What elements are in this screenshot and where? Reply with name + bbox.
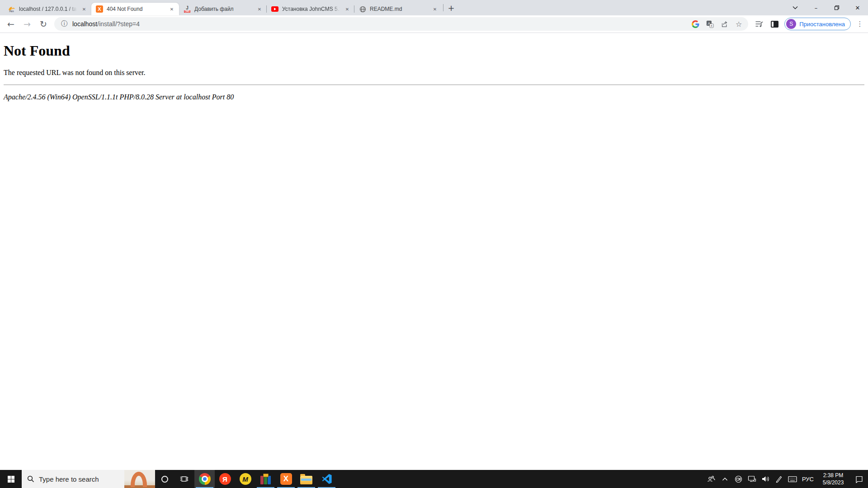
tab-readme[interactable]: README.md ✕ [354, 3, 442, 15]
tab-strip: PMA localhost / 127.0.0.1 / takewap | p … [0, 0, 868, 15]
winrar-icon [260, 474, 272, 484]
clock[interactable]: 2:38 PM 5/8/2023 [816, 472, 850, 486]
profile-status-label: Приостановлена [799, 21, 845, 28]
divider [4, 84, 864, 85]
new-tab-button[interactable]: + [445, 1, 458, 14]
xampp-favicon: X [96, 5, 103, 13]
file-explorer-icon [300, 476, 312, 484]
search-placeholder: Type here to search [39, 475, 99, 483]
pma-logo-text: PMA [9, 10, 14, 13]
chrome-icon [199, 473, 211, 485]
tab-close-icon[interactable]: ✕ [344, 5, 351, 13]
address-bar[interactable]: ⓘ localhost/install/?step=4 Aa ☆ [54, 17, 748, 31]
page-content: Not Found The requested URL was not foun… [0, 33, 868, 470]
tab-johncms-add-file[interactable]: JCMS Добавить файл ✕ [179, 3, 267, 15]
task-view-icon [180, 474, 189, 483]
taskbar-app-winrar[interactable] [255, 470, 276, 488]
globe-favicon [359, 5, 366, 13]
taskbar-search-box[interactable]: Type here to search [22, 470, 155, 488]
media-controls-icon[interactable] [754, 19, 764, 29]
clock-date: 5/8/2023 [816, 479, 850, 486]
action-center-icon[interactable] [850, 470, 868, 488]
svg-text:a: a [710, 24, 712, 27]
cortana-icon [161, 476, 168, 483]
mediaget-icon: M [240, 473, 251, 485]
tab-label: 404 Not Found [107, 6, 165, 12]
people-icon[interactable] [704, 470, 718, 488]
window-controls: – ✕ [785, 0, 868, 15]
johncms-favicon: JCMS [184, 5, 191, 13]
reload-button[interactable]: ↻ [36, 17, 51, 31]
meet-now-icon[interactable] [731, 470, 745, 488]
translate-icon[interactable]: Aa [706, 20, 714, 28]
close-window-button[interactable]: ✕ [847, 0, 868, 15]
volume-icon[interactable] [759, 470, 772, 488]
tab-label: Установка JohnCMS 5.2.1 - YouT [282, 6, 340, 12]
site-info-icon[interactable]: ⓘ [59, 19, 70, 29]
tab-label: Добавить файл [194, 6, 252, 12]
tab-close-icon[interactable]: ✕ [256, 5, 263, 13]
tab-youtube-johncms[interactable]: Установка JohnCMS 5.2.1 - YouT ✕ [267, 3, 354, 15]
youtube-favicon [271, 5, 278, 13]
tab-404-not-found[interactable]: X 404 Not Found ✕ [91, 3, 179, 15]
system-tray: РУС 2:38 PM 5/8/2023 [704, 470, 868, 488]
omnibox-actions: Aa ☆ [691, 20, 743, 28]
taskbar-app-chrome[interactable] [194, 470, 215, 488]
task-view-button[interactable] [174, 470, 194, 488]
hidden-icons-chevron-icon[interactable] [718, 470, 731, 488]
clock-time: 2:38 PM [816, 472, 850, 479]
start-button[interactable] [0, 470, 22, 488]
toolbar-right: S Приостановлена ⋮ [752, 18, 864, 30]
url-host: localhost [72, 20, 97, 28]
cortana-button[interactable] [155, 470, 174, 488]
server-signature: Apache/2.4.56 (Win64) OpenSSL/1.1.1t PHP… [4, 93, 864, 101]
minimize-button[interactable]: – [806, 0, 826, 15]
google-icon[interactable] [691, 20, 699, 28]
tab-close-icon[interactable]: ✕ [431, 5, 439, 13]
vscode-icon [321, 474, 332, 484]
network-icon[interactable] [745, 470, 759, 488]
bookmark-star-icon[interactable]: ☆ [735, 20, 743, 28]
windows-logo-icon [8, 476, 14, 483]
restore-button[interactable] [826, 0, 847, 15]
taskbar-app-xampp[interactable]: X [276, 470, 296, 488]
touch-keyboard-icon[interactable] [786, 470, 799, 488]
url-text[interactable]: localhost/install/?step=4 [72, 20, 691, 28]
xampp-control-icon: X [280, 473, 292, 485]
windows-taskbar: Type here to search Я M X [0, 470, 868, 488]
search-highlight-image[interactable] [124, 470, 155, 488]
url-path: /install/?step=4 [97, 20, 140, 28]
back-button[interactable]: ← [4, 17, 18, 31]
search-tabs-chevron-icon[interactable] [785, 0, 806, 15]
tab-label: README.md [370, 6, 428, 12]
tab-close-icon[interactable]: ✕ [168, 5, 175, 13]
taskbar-app-mediaget[interactable]: M [235, 470, 255, 488]
tab-phpmyadmin[interactable]: PMA localhost / 127.0.0.1 / takewap | p … [4, 3, 91, 15]
phpmyadmin-favicon: PMA [8, 5, 15, 13]
avatar: S [786, 19, 796, 29]
tab-close-icon[interactable]: ✕ [80, 5, 88, 13]
side-panel-icon[interactable] [769, 19, 780, 29]
share-icon[interactable] [720, 20, 728, 28]
taskbar-app-file-explorer[interactable] [296, 470, 316, 488]
taskbar-apps: Я M X [174, 470, 337, 488]
yandex-browser-icon: Я [219, 473, 231, 485]
profile-chip[interactable]: S Приостановлена [784, 18, 851, 30]
page-title: Not Found [4, 42, 864, 59]
taskbar-app-yandex-browser[interactable]: Я [215, 470, 235, 488]
tab-label: localhost / 127.0.0.1 / takewap | p [19, 6, 77, 12]
forward-button[interactable]: → [20, 17, 34, 31]
windows-ink-pen-icon[interactable] [772, 470, 786, 488]
browser-toolbar: ← → ↻ ⓘ localhost/install/?step=4 Aa ☆ S… [0, 15, 868, 33]
search-icon [27, 475, 34, 483]
taskbar-app-vscode[interactable] [316, 470, 337, 488]
error-message: The requested URL was not found on this … [4, 69, 864, 77]
browser-menu-icon[interactable]: ⋮ [855, 20, 864, 28]
language-indicator[interactable]: РУС [799, 476, 816, 483]
